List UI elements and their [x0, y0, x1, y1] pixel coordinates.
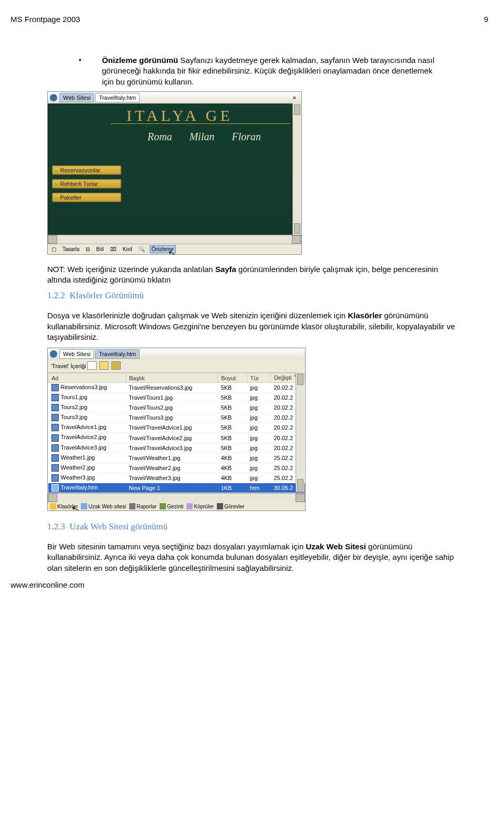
- tab-web-site-2[interactable]: Web Sitesi: [59, 349, 94, 359]
- table-row[interactable]: Tours2.jpgTravel/Tours2.jpg5KBjpg20.02.2: [48, 403, 305, 413]
- cell-ad: Tours2.jpg: [48, 403, 126, 413]
- remote-icon: [81, 503, 87, 509]
- new-folder-icon[interactable]: [99, 361, 109, 370]
- page-number: 9: [484, 15, 488, 24]
- view-btn-onizleme-icon: 🔍: [137, 246, 146, 253]
- cell-baslik: Travel/TravelAdvice2.jpg: [125, 433, 217, 443]
- preview-pane: ITALYA GE Roma Milan Floran Rezervasyonl…: [48, 103, 301, 235]
- table-row[interactable]: TravelAdvice2.jpgTravel/TravelAdvice2.jp…: [48, 433, 305, 443]
- footer-btn-gorevler[interactable]: Görevler: [217, 503, 244, 509]
- divider: [111, 123, 291, 124]
- cell-ad: TravelItaly.htm: [48, 483, 126, 493]
- view-btn-kod-icon: ⌧: [109, 246, 118, 253]
- heading-123: 1.2.3 Uzak Web Sitesi görünümü: [47, 522, 457, 532]
- new-page-icon[interactable]: [87, 361, 97, 370]
- cell-ad: TravelAdvice3.jpg: [48, 443, 126, 453]
- para-123: Bir Web sitesinin tamamını veya seçtiğin…: [47, 541, 457, 574]
- cell-boyut: 5KB: [218, 393, 247, 403]
- table-row[interactable]: Tours1.jpgTravel/Tours1.jpg5KBjpg20.02.2: [48, 393, 305, 403]
- nav-rezervasyonlar[interactable]: Rezervasyonlar: [52, 165, 121, 175]
- cursor-icon: ↖: [70, 503, 80, 514]
- col-boyut[interactable]: Boyut: [218, 373, 247, 383]
- view-btn-tasarla-icon: ▢: [50, 246, 58, 253]
- globe-icon: [50, 94, 57, 101]
- cell-ad: TravelAdvice1.jpg: [48, 423, 126, 433]
- tab-bar-2: Web Sitesi TravelItaly.htm: [48, 348, 305, 360]
- footer-btn-kopruler[interactable]: Köprüler: [186, 503, 214, 509]
- table-row[interactable]: Weather2.jpgTravel/Weather2.jpg4KBjpg25.…: [48, 463, 305, 473]
- folder-footer-bar: Klasörler Uzak Web sitesi Raporlar Gezin…: [48, 502, 305, 510]
- table-row[interactable]: TravelAdvice3.jpgTravel/TravelAdvice3.jp…: [48, 443, 305, 453]
- cell-boyut: 5KB: [218, 383, 247, 393]
- cell-baslik: Travel/TravelAdvice1.jpg: [125, 423, 217, 433]
- cell-ad: Weather3.jpg: [48, 473, 126, 483]
- table-row[interactable]: Weather1.jpgTravel/Weather1.jpg4KBjpg25.…: [48, 453, 305, 463]
- footer-btn-raporlar[interactable]: Raporlar: [129, 503, 156, 509]
- horizontal-scrollbar-2[interactable]: [48, 493, 305, 502]
- cell-baslik: Travel/Tours2.jpg: [125, 403, 217, 413]
- cell-tur: jpg: [247, 423, 270, 433]
- footer-btn-gezinti[interactable]: Gezinti: [160, 503, 183, 509]
- vertical-scrollbar[interactable]: [292, 103, 301, 235]
- cell-boyut: 4KB: [218, 463, 247, 473]
- cell-tur: jpg: [247, 413, 270, 423]
- cell-ad: Tours3.jpg: [48, 413, 126, 423]
- vertical-scrollbar-2[interactable]: [296, 372, 304, 492]
- table-row[interactable]: TravelAdvice1.jpgTravel/TravelAdvice1.jp…: [48, 423, 305, 433]
- tab-bar: Web Sitesi TravelItaly.htm ×: [48, 92, 301, 103]
- footer-btn-uzak[interactable]: Uzak Web sitesi: [81, 503, 126, 509]
- cell-baslik: Travel/Weather2.jpg: [125, 463, 217, 473]
- table-header-row: Ad Başlık Boyut Tür Değişti ˄: [48, 373, 305, 383]
- tab-travel-italy[interactable]: TravelItaly.htm: [95, 93, 140, 102]
- cell-baslik: New Page 1: [125, 483, 217, 493]
- cell-baslik: Travel/Tours1.jpg: [125, 393, 217, 403]
- note-text: NOT: Web içeriğiniz üzerinde yukarıda an…: [47, 264, 457, 286]
- cell-ad: Weather2.jpg: [48, 463, 126, 473]
- up-folder-icon[interactable]: [111, 361, 121, 370]
- bullet-lead: Önizleme görünümü: [102, 56, 180, 65]
- globe-icon: [50, 350, 57, 358]
- cell-boyut: 5KB: [218, 443, 247, 453]
- cell-boyut: 1KB: [218, 483, 247, 493]
- hero-title: ITALYA GE: [127, 107, 233, 124]
- close-icon[interactable]: ×: [290, 95, 299, 101]
- folder-icon: [50, 503, 56, 509]
- cell-baslik: Travel/Weather1.jpg: [125, 453, 217, 463]
- footer-url: www.erinconline.com: [10, 580, 85, 589]
- cell-baslik: Travel/Weather3.jpg: [125, 473, 217, 483]
- view-btn-bol[interactable]: Böl: [94, 246, 105, 253]
- table-row[interactable]: TravelItaly.htmNew Page 11KBhtm30.05.2: [48, 483, 305, 493]
- cell-boyut: 5KB: [218, 433, 247, 443]
- cell-baslik: Travel/TravelAdvice3.jpg: [125, 443, 217, 453]
- cell-tur: jpg: [247, 463, 270, 473]
- nav-icon: [160, 503, 166, 509]
- col-ad[interactable]: Ad: [48, 373, 126, 383]
- table-row[interactable]: Reservations3.jpgTravel/Reservations3.jp…: [48, 383, 305, 393]
- table-row[interactable]: Tours3.jpgTravel/Tours3.jpg5KBjpg20.02.2: [48, 413, 305, 423]
- nav-rehberli-turlar[interactable]: Rehberli Turlar: [52, 179, 121, 189]
- view-btn-bol-icon: ⊟: [84, 246, 91, 253]
- heading-122: 1.2.2 Klasörler Görünümü: [47, 290, 457, 301]
- col-tur[interactable]: Tür: [247, 373, 270, 383]
- cell-boyut: 5KB: [218, 403, 247, 413]
- view-btn-kod[interactable]: Kod: [121, 246, 134, 253]
- col-baslik[interactable]: Başlık: [125, 373, 217, 383]
- cell-tur: jpg: [247, 393, 270, 403]
- links-icon: [186, 503, 193, 509]
- cell-ad: Tours1.jpg: [48, 393, 126, 403]
- tab-travel-italy-2[interactable]: TravelItaly.htm: [95, 349, 140, 359]
- cell-boyut: 4KB: [218, 473, 247, 483]
- bullet-onizleme: • Önizleme görünümü Sayfanızı kaydetmeye…: [79, 55, 457, 87]
- cell-boyut: 4KB: [218, 453, 247, 463]
- horizontal-scrollbar[interactable]: [48, 235, 301, 244]
- cell-tur: jpg: [247, 403, 270, 413]
- view-btn-tasarla[interactable]: Tasarla: [61, 246, 81, 253]
- cell-tur: jpg: [247, 433, 270, 443]
- cell-ad: Reservations3.jpg: [48, 383, 126, 393]
- cell-ad: TravelAdvice2.jpg: [48, 433, 126, 443]
- table-row[interactable]: Weather3.jpgTravel/Weather3.jpg4KBjpg25.…: [48, 473, 305, 483]
- cell-boyut: 5KB: [218, 413, 247, 423]
- tab-web-site[interactable]: Web Sitesi: [59, 93, 94, 102]
- nav-paketler[interactable]: Paketler: [52, 193, 121, 202]
- cell-baslik: Travel/Reservations3.jpg: [125, 383, 217, 393]
